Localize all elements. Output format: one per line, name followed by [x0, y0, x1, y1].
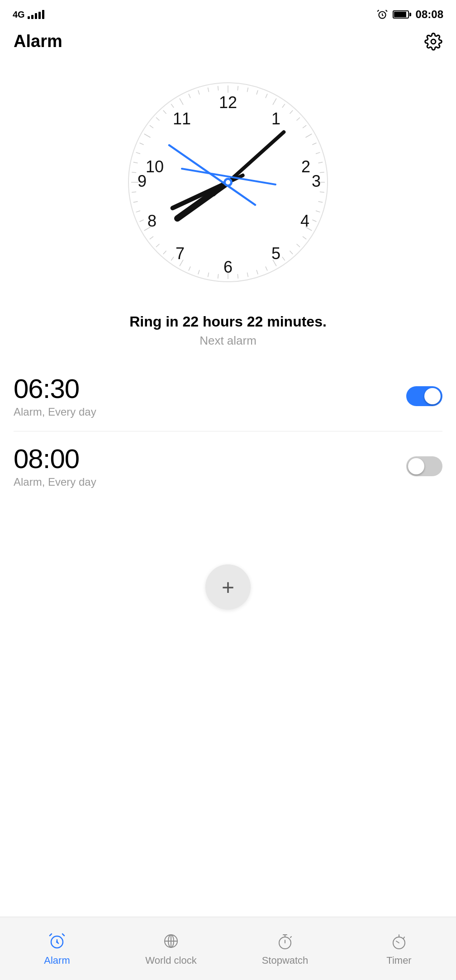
- svg-text:2: 2: [301, 157, 310, 176]
- svg-text:11: 11: [173, 109, 191, 128]
- svg-text:1: 1: [271, 109, 280, 128]
- alarm-time-1: 06:30: [14, 374, 96, 404]
- svg-text:8: 8: [147, 212, 157, 230]
- timer-nav-label: Timer: [386, 955, 411, 966]
- add-button-area: +: [0, 546, 456, 623]
- clock-svg: 12 1 2 3 4 5 6 7 8 9 10 11: [115, 69, 341, 295]
- status-left: 4G: [13, 9, 44, 20]
- svg-text:6: 6: [223, 258, 233, 276]
- svg-line-47: [132, 192, 136, 192]
- signal-bars: [28, 10, 44, 19]
- world-clock-nav-icon: [161, 931, 181, 951]
- alarm-label-1: Alarm, Every day: [14, 406, 96, 418]
- svg-point-81: [56, 941, 58, 943]
- signal-bar-3: [35, 13, 37, 19]
- alarm-toggle-1[interactable]: [406, 386, 442, 406]
- alarm-nav-label: Alarm: [44, 955, 70, 966]
- clock-face: 12 1 2 3 4 5 6 7 8 9 10 11: [115, 69, 341, 295]
- alarm-info: Ring in 22 hours 22 minutes. Next alarm: [0, 309, 456, 361]
- svg-line-32: [238, 274, 238, 279]
- status-time: 08:08: [416, 8, 443, 21]
- signal-bar-5: [42, 10, 44, 19]
- add-alarm-button[interactable]: +: [205, 564, 251, 610]
- network-indicator: 4G: [13, 9, 25, 20]
- svg-text:3: 3: [312, 172, 321, 190]
- svg-line-34: [218, 274, 218, 279]
- alarm-item-2-left: 08:00 Alarm, Every day: [14, 444, 96, 488]
- nav-item-timer[interactable]: Timer: [342, 917, 456, 980]
- stopwatch-nav-icon: [275, 931, 295, 951]
- clock-center-inner: [226, 180, 230, 185]
- header: Alarm: [0, 27, 456, 60]
- ring-in-text: Ring in 22 hours 22 minutes.: [14, 313, 442, 330]
- signal-bar-4: [38, 12, 41, 19]
- alarm-label-2: Alarm, Every day: [14, 476, 96, 488]
- alarm-nav-icon: [47, 931, 67, 951]
- nav-item-alarm[interactable]: Alarm: [0, 917, 114, 980]
- clock-container: 12 1 2 3 4 5 6 7 8 9 10 11: [0, 60, 456, 309]
- nav-item-world-clock[interactable]: World clock: [114, 917, 228, 980]
- svg-text:4: 4: [300, 212, 309, 230]
- svg-text:12: 12: [219, 93, 237, 112]
- toggle-knob-1: [424, 388, 441, 404]
- alarm-item-1[interactable]: 06:30 Alarm, Every day: [14, 361, 442, 431]
- svg-text:7: 7: [176, 244, 185, 263]
- alarm-item-2[interactable]: 08:00 Alarm, Every day: [14, 431, 442, 501]
- battery-icon: [393, 10, 411, 19]
- signal-bar-2: [31, 15, 33, 19]
- nav-item-stopwatch[interactable]: Stopwatch: [228, 917, 342, 980]
- svg-line-4: [238, 86, 238, 90]
- next-alarm-label: Next alarm: [14, 334, 442, 348]
- alarm-indicator-icon: [376, 9, 388, 20]
- svg-text:10: 10: [146, 157, 164, 176]
- timer-nav-icon: [389, 931, 409, 951]
- svg-point-1: [431, 39, 436, 44]
- alarm-item-1-left: 06:30 Alarm, Every day: [14, 374, 96, 418]
- toggle-knob-2: [408, 458, 424, 474]
- settings-icon[interactable]: [424, 33, 442, 51]
- svg-text:5: 5: [271, 244, 280, 263]
- stopwatch-nav-label: Stopwatch: [262, 955, 309, 966]
- alarm-time-2: 08:00: [14, 444, 96, 474]
- svg-line-19: [320, 192, 324, 192]
- status-right: 08:08: [376, 8, 443, 21]
- alarm-toggle-2[interactable]: [406, 456, 442, 476]
- world-clock-nav-label: World clock: [145, 955, 196, 966]
- svg-line-49: [132, 172, 136, 173]
- page-title: Alarm: [14, 32, 62, 51]
- alarm-list: 06:30 Alarm, Every day 08:00 Alarm, Ever…: [0, 361, 456, 501]
- bottom-nav: Alarm World clock Stopwatch Timer: [0, 917, 456, 980]
- status-bar: 4G 08:08: [0, 0, 456, 27]
- svg-line-62: [218, 86, 218, 90]
- signal-bar-1: [28, 16, 30, 19]
